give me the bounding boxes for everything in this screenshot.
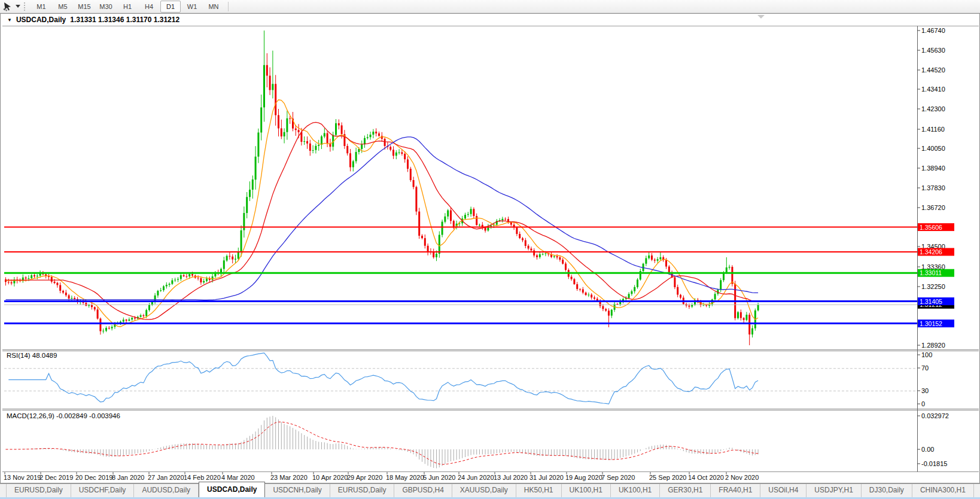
macd-values: -0.002849 -0.003946 bbox=[56, 412, 120, 419]
timeframe-button-m30[interactable]: M30 bbox=[96, 1, 116, 13]
tab-uk100-h1[interactable]: UK100,H1 bbox=[611, 484, 660, 497]
date-tick-label: 25 Sep 2020 bbox=[649, 474, 686, 481]
price-tick-label: 1.32250 bbox=[921, 283, 945, 290]
price-tick-label: 1.46740 bbox=[921, 27, 945, 34]
price-tick-label: 1.36720 bbox=[921, 204, 945, 211]
tab-usdcnh-daily[interactable]: USDCNH,Daily bbox=[265, 484, 330, 497]
date-tick-label: 7 Sep 2020 bbox=[601, 474, 635, 481]
tab-usdjpy-h1[interactable]: USDJPY,H1 bbox=[806, 484, 861, 497]
toolbar-separator bbox=[228, 2, 229, 11]
price-tick-label: 1.41160 bbox=[921, 126, 945, 133]
tab-dj30-daily[interactable]: DJ30,Daily bbox=[862, 484, 912, 497]
svg-text:0: 0 bbox=[921, 400, 925, 407]
date-tick-label: 31 Jul 2020 bbox=[529, 474, 564, 481]
timeframe-button-m1[interactable]: M1 bbox=[31, 1, 51, 13]
date-tick-label: 13 Jul 2020 bbox=[494, 474, 528, 481]
date-tick-label: 27 Jan 2020 bbox=[148, 474, 184, 481]
svg-text:0.032972: 0.032972 bbox=[921, 412, 949, 419]
date-tick-label: 2 Dec 2019 bbox=[39, 474, 73, 481]
svg-text:1.33011: 1.33011 bbox=[920, 269, 942, 276]
svg-text:0.00: 0.00 bbox=[921, 446, 934, 453]
tab-fra40-h1[interactable]: FRA40,H1 bbox=[711, 484, 760, 497]
chart-tab-bar: EURUSD,DailyUSDCHF,DailyAUDUSD,DailyUSDC… bbox=[0, 483, 980, 497]
date-tick-label: 14 Oct 2020 bbox=[688, 474, 724, 481]
macd-indicator-label: MACD(12,26,9) -0.002849 -0.003946 bbox=[7, 412, 120, 419]
date-tick-label: 20 Dec 2019 bbox=[75, 474, 112, 481]
date-tick-label: 23 Mar 2020 bbox=[270, 474, 308, 481]
price-badge-resistance: 1.35606 bbox=[918, 223, 954, 231]
date-tick-label: 4 Mar 2020 bbox=[221, 474, 255, 481]
timeframe-button-group: M1M5M15M30H1H4D1W1MN bbox=[31, 1, 224, 13]
timeframe-button-mn[interactable]: MN bbox=[203, 1, 224, 13]
date-tick-label: 10 Apr 2020 bbox=[312, 474, 348, 481]
chart-ohlc-values: 1.31331 1.31346 1.31170 1.31212 bbox=[70, 16, 179, 24]
price-tick-label: 1.38940 bbox=[921, 165, 945, 172]
price-tick-label: 1.45630 bbox=[921, 47, 945, 54]
toolbar-grip-handle[interactable] bbox=[24, 2, 27, 11]
svg-text:1.35606: 1.35606 bbox=[920, 224, 942, 231]
price-tick-label: 1.43410 bbox=[921, 86, 945, 93]
timeframe-button-h1[interactable]: H1 bbox=[117, 1, 138, 13]
tab-eurusd-daily[interactable]: EURUSD,Daily bbox=[6, 484, 71, 497]
timeframe-button-d1[interactable]: D1 bbox=[160, 1, 181, 13]
date-tick-label: 29 Apr 2020 bbox=[347, 474, 382, 481]
date-tick-label: 24 Jun 2020 bbox=[458, 474, 494, 481]
chart-dropdown-icon[interactable]: ▼ bbox=[7, 17, 12, 23]
timeframe-button-m15[interactable]: M15 bbox=[74, 1, 95, 13]
price-chart-canvas[interactable]: 1.467401.456301.445201.434101.423001.411… bbox=[0, 13, 980, 483]
price-tick-label: 1.42300 bbox=[921, 105, 945, 112]
price-tick-label: 1.37830 bbox=[921, 184, 945, 191]
svg-text:1.30152: 1.30152 bbox=[920, 320, 942, 327]
svg-text:70: 70 bbox=[921, 364, 929, 372]
tab-xauusd-daily[interactable]: XAUUSD,Daily bbox=[452, 484, 516, 497]
tab-hk50-h1[interactable]: HK50,H1 bbox=[516, 484, 562, 497]
rsi-name: RSI(14) bbox=[7, 352, 31, 359]
top-toolbar: M1M5M15M30H1H4D1W1MN bbox=[0, 0, 980, 13]
price-badge-support: 1.30152 bbox=[918, 320, 954, 327]
tab-china300-h1[interactable]: CHINA300,H1 bbox=[912, 484, 974, 497]
cursor-tool-icon[interactable] bbox=[1, 1, 14, 12]
svg-text:-0.01815: -0.01815 bbox=[921, 460, 947, 467]
tab-usdcad-daily[interactable]: USDCAD,Daily bbox=[199, 482, 265, 497]
svg-text:1.34206: 1.34206 bbox=[920, 248, 942, 255]
date-tick-label: 18 May 2020 bbox=[386, 474, 424, 481]
date-tick-label: 8 Jan 2020 bbox=[112, 474, 144, 481]
tab-usoil-h1[interactable]: USOil,H1 bbox=[974, 484, 980, 497]
tab-usdchf-daily[interactable]: USDCHF,Daily bbox=[71, 484, 135, 497]
tabs-holder: EURUSD,DailyUSDCHF,DailyAUDUSD,DailyUSDC… bbox=[0, 482, 980, 497]
price-tick-label: 1.44520 bbox=[921, 66, 945, 74]
timeframe-button-m5[interactable]: M5 bbox=[53, 1, 73, 13]
date-tick-label: 14 Feb 2020 bbox=[184, 474, 221, 481]
price-badge-pivot: 1.33011 bbox=[918, 269, 954, 277]
date-tick-label: 2 Nov 2020 bbox=[725, 474, 759, 481]
svg-text:100: 100 bbox=[921, 351, 932, 358]
tab-usoil-h4[interactable]: USOil,H4 bbox=[760, 484, 806, 497]
price-badge-support: 1.31405 bbox=[918, 297, 954, 305]
tab-uk100-h1[interactable]: UK100,H1 bbox=[562, 484, 611, 497]
price-badge-resistance: 1.34206 bbox=[918, 248, 954, 256]
svg-text:1.31405: 1.31405 bbox=[920, 298, 942, 305]
tab-eurusd-daily[interactable]: EURUSD,Daily bbox=[330, 484, 395, 497]
chart-background bbox=[2, 14, 979, 483]
chart-title: ▼ USDCAD,Daily 1.31331 1.31346 1.31170 1… bbox=[7, 16, 179, 24]
rsi-value: 48.0489 bbox=[32, 352, 57, 359]
tab-audusd-daily[interactable]: AUDUSD,Daily bbox=[134, 484, 199, 497]
tab-ger30-h1[interactable]: GER30,H1 bbox=[660, 484, 711, 497]
svg-text:30: 30 bbox=[921, 387, 929, 394]
timeframe-button-w1[interactable]: W1 bbox=[182, 1, 202, 13]
date-tick-label: 13 Nov 2019 bbox=[4, 474, 41, 481]
timeframe-button-h4[interactable]: H4 bbox=[139, 1, 159, 13]
date-tick-label: 19 Aug 2020 bbox=[565, 474, 602, 481]
price-tick-label: 1.28920 bbox=[921, 342, 945, 349]
caret-down-icon[interactable] bbox=[14, 1, 22, 12]
date-tick-label: 5 Jun 2020 bbox=[423, 474, 455, 481]
chart-symbol-label: USDCAD,Daily bbox=[16, 16, 66, 24]
macd-name: MACD(12,26,9) bbox=[7, 412, 54, 419]
rsi-indicator-label: RSI(14) 48.0489 bbox=[7, 352, 57, 359]
tab-gbpusd-h4[interactable]: GBPUSD,H4 bbox=[394, 484, 452, 497]
price-tick-label: 1.40050 bbox=[921, 145, 945, 152]
